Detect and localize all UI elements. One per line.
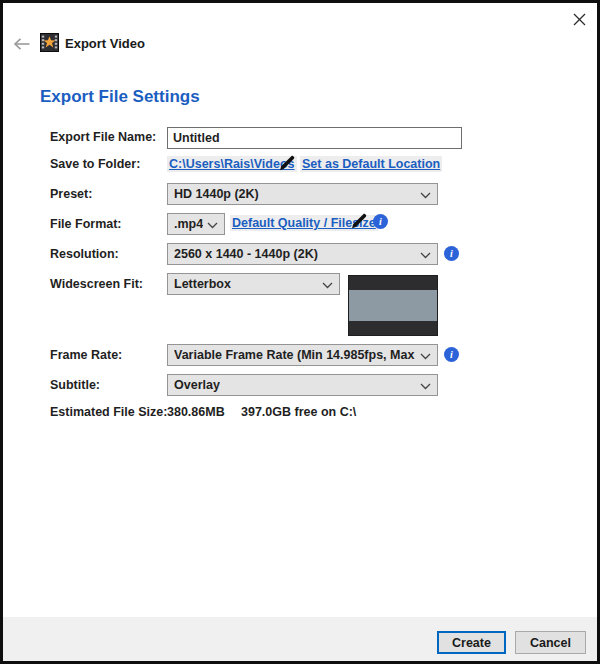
save-to-folder-label: Save to Folder: [50,157,140,171]
chevron-down-icon [207,222,218,229]
chevron-down-icon [420,383,431,390]
page-title: Export File Settings [40,87,200,107]
pencil-icon[interactable] [351,212,368,229]
subtitle-dropdown[interactable]: Overlay [167,374,438,396]
info-icon[interactable]: i [444,347,459,362]
back-arrow-icon[interactable] [12,37,31,51]
export-file-name-input[interactable] [167,127,462,149]
resolution-value: 2560 x 1440 - 1440p (2K) [174,247,318,261]
window-title: Export Video [65,36,145,51]
pencil-icon[interactable] [279,154,296,171]
cancel-button[interactable]: Cancel [515,631,586,654]
preset-label: Preset: [50,187,92,201]
preset-dropdown[interactable]: HD 1440p (2K) [167,183,438,205]
close-icon [573,13,586,26]
set-default-location-link[interactable]: Set as Default Location [300,156,442,172]
frame-rate-value: Variable Frame Rate (Min 14.985fps, Max … [174,348,417,362]
info-icon[interactable]: i [373,214,388,229]
chevron-down-icon [420,192,431,199]
widescreen-fit-label: Widescreen Fit: [50,277,143,291]
close-button[interactable] [566,7,592,31]
info-icon[interactable]: i [444,246,459,261]
resolution-dropdown[interactable]: 2560 x 1440 - 1440p (2K) [167,243,438,265]
subtitle-value: Overlay [174,378,220,392]
estimated-size-value: 380.86MB [167,405,225,419]
footer-bar: Create Cancel [3,617,597,661]
export-video-dialog: Export Video Export File Settings Export… [0,0,600,664]
file-format-dropdown[interactable]: .mp4 [167,213,225,235]
chevron-down-icon [420,353,431,360]
create-button[interactable]: Create [437,631,506,654]
letterbox-bottom-bar [349,321,437,335]
estimated-file-size-label: Estimated File Size: [50,405,167,419]
subtitle-label: Subtitle: [50,378,100,392]
letterbox-preview [348,275,438,336]
frame-rate-dropdown[interactable]: Variable Frame Rate (Min 14.985fps, Max … [167,344,438,366]
file-format-value: .mp4 [174,217,203,231]
chevron-down-icon [322,282,333,289]
resolution-label: Resolution: [50,247,119,261]
widescreen-fit-dropdown[interactable]: Letterbox [167,273,340,295]
chevron-down-icon [420,252,431,259]
free-space-value: 397.0GB free on C:\ [241,405,356,419]
preset-value: HD 1440p (2K) [174,187,259,201]
save-path-link[interactable]: C:\Users\Rais\Videos [167,156,297,172]
widescreen-fit-value: Letterbox [174,277,231,291]
letterbox-video-area [349,290,437,321]
file-format-label: File Format: [50,217,122,231]
export-file-name-label: Export File Name: [50,130,156,144]
letterbox-top-bar [349,276,437,290]
frame-rate-label: Frame Rate: [50,348,122,362]
film-star-icon [40,33,59,52]
